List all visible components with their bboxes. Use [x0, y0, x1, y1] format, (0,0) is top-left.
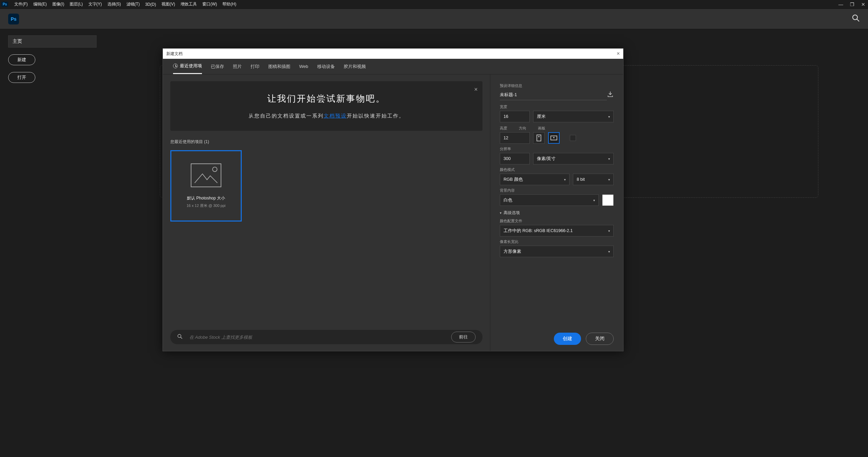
background-select[interactable]: 白色 ▾ [500, 194, 599, 206]
menu-edit[interactable]: 编辑(E) [31, 0, 50, 8]
orientation-portrait[interactable] [533, 132, 545, 144]
height-input[interactable] [500, 132, 530, 144]
tab-web[interactable]: Web [299, 59, 308, 74]
search-icon[interactable] [852, 14, 860, 24]
color-profile-value: 工作中的 RGB: sRGB IEC61966-2.1 [504, 228, 573, 234]
color-mode-select[interactable]: RGB 颜色 ▾ [500, 174, 569, 185]
height-label: 高度 [500, 126, 507, 131]
resolution-unit-select[interactable]: 像素/英寸 ▾ [533, 153, 614, 164]
chevron-down-icon: ▾ [500, 211, 501, 215]
advanced-toggle[interactable]: ▾ 高级选项 [500, 210, 614, 216]
ps-logo[interactable]: Ps [8, 14, 19, 24]
stock-search-input[interactable] [189, 335, 444, 340]
open-button[interactable]: 打开 [8, 72, 35, 83]
hero-text-after: 开始以快速开始工作。 [347, 113, 405, 119]
menu-3d[interactable]: 3D(D) [142, 1, 159, 8]
dialog-title: 新建文档 [166, 51, 183, 57]
color-mode-value: RGB 颜色 [504, 177, 523, 182]
bit-depth-select[interactable]: 8 bit ▾ [573, 174, 614, 185]
menu-type[interactable]: 文字(Y) [86, 0, 105, 8]
tab-mobile[interactable]: 移动设备 [317, 59, 335, 74]
chevron-down-icon: ▾ [608, 178, 610, 181]
dialog-close-icon[interactable]: × [617, 51, 620, 57]
tab-photo[interactable]: 照片 [233, 59, 242, 74]
resolution-label: 分辨率 [500, 146, 614, 152]
ps-badge: Ps [1, 2, 8, 7]
window-controls: — ❐ ✕ [837, 2, 867, 7]
maximize-icon[interactable]: ❐ [849, 2, 856, 7]
dialog-right-panel: 预设详细信息 未标题-1 宽度 厘米 ▾ [490, 74, 623, 351]
menu-file[interactable]: 文件(F) [12, 0, 30, 8]
unit-value: 厘米 [537, 114, 546, 120]
search-icon [177, 334, 183, 340]
menu-view[interactable]: 视图(V) [159, 0, 178, 8]
par-select[interactable]: 方形像素 ▾ [500, 246, 614, 257]
artboards-checkbox[interactable] [570, 135, 576, 141]
color-mode-label: 颜色模式 [500, 167, 614, 172]
tab-recent[interactable]: 最近使用项 [173, 59, 202, 74]
close-icon[interactable]: ✕ [860, 2, 867, 7]
width-input[interactable] [500, 111, 530, 122]
unit-select[interactable]: 厘米 ▾ [533, 111, 614, 122]
menu-layer[interactable]: 图层(L) [67, 0, 86, 8]
color-profile-select[interactable]: 工作中的 RGB: sRGB IEC61966-2.1 ▾ [500, 225, 614, 236]
tab-film[interactable]: 胶片和视频 [344, 59, 366, 74]
resolution-input[interactable] [500, 153, 530, 164]
menu-filter[interactable]: 滤镜(T) [124, 0, 142, 8]
bit-depth-value: 8 bit [577, 177, 585, 182]
new-button[interactable]: 新建 [8, 54, 35, 65]
svg-line-1 [857, 19, 859, 21]
hero-link[interactable]: 文档预设 [324, 113, 347, 119]
chevron-down-icon: ▾ [608, 115, 610, 119]
minimize-icon[interactable]: — [837, 2, 845, 7]
par-label: 像素长宽比 [500, 239, 614, 244]
new-document-dialog: 新建文档 × 最近使用项 已保存 照片 打印 图稿和插图 Web 移动设备 胶片… [163, 48, 624, 351]
create-button[interactable]: 创建 [554, 333, 581, 345]
background-color-swatch[interactable] [602, 194, 614, 206]
par-value: 方形像素 [504, 249, 521, 254]
hero-banner: × 让我们开始尝试新事物吧。 从您自己的文档设置或一系列文档预设开始以快速开始工… [170, 81, 482, 131]
menu-window[interactable]: 窗口(W) [200, 0, 220, 8]
hero-text-before: 从您自己的文档设置或一系列 [249, 113, 324, 119]
svg-point-0 [853, 15, 857, 20]
recent-label: 您最近使用的项目 (1) [170, 139, 482, 145]
chevron-down-icon: ▾ [608, 250, 610, 253]
portrait-icon [537, 135, 541, 141]
tab-art[interactable]: 图稿和插图 [268, 59, 290, 74]
tab-saved[interactable]: 已保存 [211, 59, 224, 74]
svg-point-2 [212, 167, 217, 172]
menu-plugins[interactable]: 增效工具 [178, 0, 200, 8]
advanced-label: 高级选项 [504, 210, 520, 216]
image-icon [191, 163, 221, 187]
svg-point-3 [178, 334, 181, 337]
hero-close-icon[interactable]: × [474, 86, 478, 93]
doc-name-input[interactable]: 未标题-1 [500, 90, 607, 100]
tab-recent-label: 最近使用项 [180, 63, 202, 69]
preset-card-default[interactable]: 默认 Photoshop 大小 16 x 12 厘米 @ 300 ppi [170, 150, 242, 222]
clock-icon [173, 64, 178, 68]
chevron-down-icon: ▾ [608, 229, 610, 233]
chevron-down-icon: ▾ [608, 157, 610, 161]
stock-go-button[interactable]: 前往 [451, 332, 476, 342]
hero-title: 让我们开始尝试新事物吧。 [181, 93, 472, 105]
orientation-label: 方向 [519, 126, 526, 131]
tool-row: Ps [0, 9, 868, 29]
save-preset-icon[interactable] [607, 91, 614, 99]
background-value: 白色 [504, 197, 512, 203]
menu-select[interactable]: 选择(S) [105, 0, 124, 8]
svg-line-4 [181, 337, 182, 339]
dialog-left: × 让我们开始尝试新事物吧。 从您自己的文档设置或一系列文档预设开始以快速开始工… [163, 74, 490, 351]
home-tab[interactable]: 主页 [8, 35, 97, 48]
dialog-titlebar[interactable]: 新建文档 × [163, 49, 623, 59]
preset-subtitle: 16 x 12 厘米 @ 300 ppi [187, 203, 226, 208]
background-label: 背景内容 [500, 188, 614, 193]
tab-print[interactable]: 打印 [251, 59, 259, 74]
menu-help[interactable]: 帮助(H) [220, 0, 239, 8]
close-button[interactable]: 关闭 [586, 333, 614, 345]
menu-image[interactable]: 图像(I) [50, 0, 67, 8]
dialog-tabs: 最近使用项 已保存 照片 打印 图稿和插图 Web 移动设备 胶片和视频 [163, 59, 623, 74]
orientation-landscape[interactable] [548, 132, 560, 144]
resolution-unit-value: 像素/英寸 [537, 156, 556, 162]
width-label: 宽度 [500, 104, 614, 109]
color-profile-label: 颜色配置文件 [500, 218, 614, 224]
